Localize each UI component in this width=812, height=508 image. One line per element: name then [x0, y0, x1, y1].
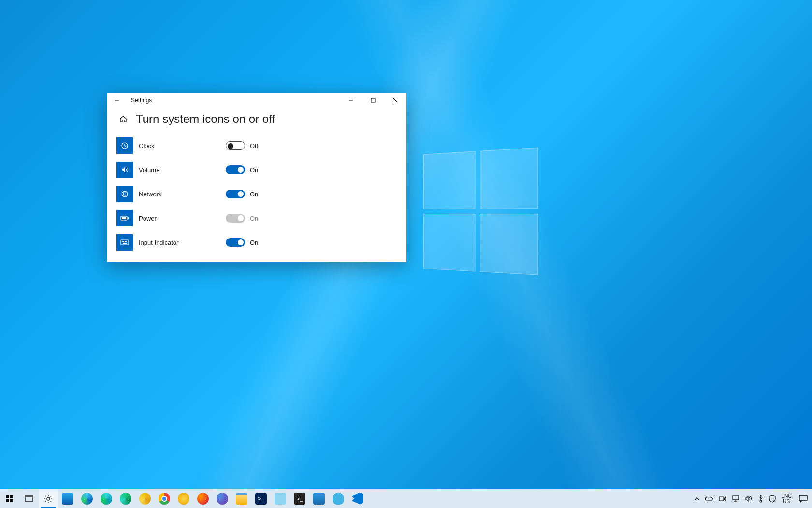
- toggle-power: [226, 214, 245, 223]
- taskbar-app-edge-canary[interactable]: [135, 489, 155, 508]
- setting-label: Input Indicator: [139, 239, 226, 246]
- toggle-state-text: On: [250, 239, 258, 246]
- setting-row-clock: Clock Off: [116, 134, 397, 158]
- taskbar: >_ >_ ENG US: [0, 489, 812, 508]
- page-header: Turn system icons on or off: [107, 107, 406, 132]
- taskbar-app-chrome[interactable]: [155, 489, 174, 508]
- svg-rect-18: [10, 495, 13, 498]
- svg-rect-15: [126, 241, 127, 242]
- taskbar-app-firefox-dev[interactable]: [213, 489, 232, 508]
- toggle-network[interactable]: [226, 190, 245, 198]
- svg-rect-9: [122, 217, 126, 219]
- svg-line-30: [45, 501, 46, 502]
- taskbar-app-firefox[interactable]: [193, 489, 213, 508]
- svg-rect-13: [123, 241, 124, 242]
- task-view-button[interactable]: [19, 489, 39, 508]
- taskbar-app-powershell[interactable]: >_: [251, 489, 271, 508]
- window-app-name: Settings: [131, 97, 152, 104]
- taskbar-app-edge[interactable]: [77, 489, 97, 508]
- start-button[interactable]: [0, 489, 19, 508]
- taskbar-app-edge-dev[interactable]: [116, 489, 135, 508]
- svg-point-23: [47, 497, 50, 500]
- maximize-button[interactable]: [362, 93, 384, 107]
- svg-rect-10: [128, 217, 129, 219]
- system-tray: ENG US: [692, 489, 795, 508]
- minimize-button[interactable]: [340, 93, 362, 107]
- tray-overflow-icon[interactable]: [695, 496, 699, 501]
- setting-label: Network: [139, 191, 226, 198]
- svg-line-29: [51, 501, 52, 502]
- back-button[interactable]: ←: [114, 96, 124, 104]
- setting-row-network: Network On: [116, 182, 397, 206]
- taskbar-app-phone[interactable]: [58, 489, 77, 508]
- home-icon[interactable]: [116, 115, 130, 123]
- onedrive-icon[interactable]: [705, 496, 713, 502]
- svg-rect-21: [25, 497, 33, 501]
- svg-rect-33: [733, 496, 739, 500]
- setting-label: Clock: [139, 142, 226, 149]
- language-line1: ENG: [781, 493, 792, 499]
- taskbar-app-photos[interactable]: [309, 489, 329, 508]
- toggle-state-text: On: [250, 215, 258, 222]
- setting-row-input-indicator: Input Indicator On: [116, 230, 397, 254]
- svg-rect-12: [122, 241, 123, 242]
- svg-rect-38: [799, 495, 807, 501]
- taskbar-app-vscode[interactable]: [348, 489, 367, 508]
- titlebar[interactable]: ← Settings: [107, 93, 406, 107]
- setting-row-power: Power On: [116, 206, 397, 230]
- setting-label: Volume: [139, 166, 226, 174]
- settings-window: ← Settings Turn system icons on or off C…: [107, 93, 406, 262]
- taskbar-app-file-explorer[interactable]: [232, 489, 251, 508]
- language-line2: US: [781, 499, 792, 504]
- power-icon: [116, 210, 133, 226]
- toggle-state-text: Off: [250, 142, 258, 149]
- page-title: Turn system icons on or off: [136, 112, 275, 126]
- close-button[interactable]: [384, 93, 406, 107]
- taskbar-app-cloud[interactable]: [329, 489, 348, 508]
- svg-line-28: [45, 496, 46, 497]
- toggle-clock[interactable]: [226, 141, 245, 150]
- volume-icon: [116, 162, 133, 178]
- setting-row-volume: Volume On: [116, 158, 397, 182]
- meet-now-icon[interactable]: [719, 496, 726, 502]
- security-tray-icon[interactable]: [769, 495, 776, 503]
- svg-line-31: [51, 496, 52, 497]
- svg-rect-20: [10, 499, 13, 502]
- svg-rect-11: [121, 240, 129, 245]
- svg-rect-32: [719, 497, 724, 501]
- svg-rect-16: [123, 243, 127, 244]
- taskbar-app-edge-beta[interactable]: [97, 489, 116, 508]
- toggle-volume[interactable]: [226, 165, 245, 174]
- volume-tray-icon[interactable]: [745, 495, 753, 502]
- taskbar-app-settings[interactable]: [39, 489, 58, 508]
- clock-icon: [116, 137, 133, 154]
- svg-rect-19: [6, 499, 9, 502]
- taskbar-spacer: [367, 489, 692, 508]
- taskbar-app-notepad[interactable]: [271, 489, 290, 508]
- taskbar-app-terminal[interactable]: >_: [290, 489, 309, 508]
- svg-rect-1: [371, 98, 375, 102]
- toggle-state-text: On: [250, 166, 258, 174]
- network-icon: [116, 186, 133, 202]
- keyboard-icon: [116, 234, 133, 251]
- taskbar-left: >_ >_: [0, 489, 367, 508]
- windows-logo: [423, 147, 543, 281]
- svg-rect-17: [6, 495, 9, 498]
- language-indicator[interactable]: ENG US: [781, 493, 792, 504]
- action-center-button[interactable]: [795, 489, 812, 508]
- usb-tray-icon[interactable]: [758, 495, 764, 503]
- svg-point-36: [760, 500, 762, 502]
- svg-rect-14: [125, 241, 126, 242]
- toggle-state-text: On: [250, 191, 258, 198]
- toggle-input-indicator[interactable]: [226, 238, 245, 247]
- network-tray-icon[interactable]: [732, 495, 740, 502]
- setting-label: Power: [139, 215, 226, 222]
- taskbar-app-chrome-canary[interactable]: [174, 489, 193, 508]
- settings-list: Clock Off Volume On Network On: [107, 132, 406, 254]
